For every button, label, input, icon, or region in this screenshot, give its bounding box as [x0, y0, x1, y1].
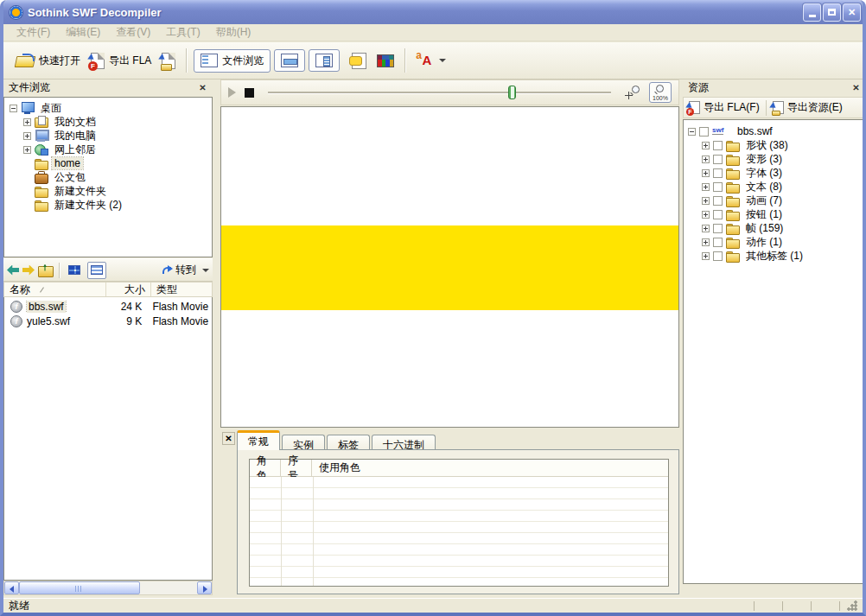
expand-icon[interactable]: [702, 252, 710, 260]
file-row-yule5[interactable]: yule5.swf 9 K Flash Movie: [4, 314, 212, 328]
tree-item-home[interactable]: home: [4, 156, 212, 170]
zoom-pan-icon[interactable]: [625, 86, 640, 99]
minimize-button[interactable]: [803, 3, 821, 22]
menu-help[interactable]: 帮助(H): [208, 23, 259, 41]
go-button[interactable]: 转到: [162, 263, 209, 277]
checkbox[interactable]: [699, 127, 709, 137]
tree-label[interactable]: 公文包: [52, 170, 88, 185]
swf-stage[interactable]: [220, 106, 679, 428]
checkbox[interactable]: [713, 251, 723, 261]
scroll-left-button[interactable]: [4, 581, 19, 594]
tree-label[interactable]: 新建文件夹: [52, 184, 109, 199]
resource-item-frames[interactable]: 帧 (159): [684, 221, 865, 235]
bottom-panel-toggle[interactable]: [274, 49, 305, 72]
expand-icon[interactable]: [23, 132, 31, 140]
checkbox[interactable]: [713, 224, 723, 233]
export-resources-button[interactable]: 导出资源(E): [770, 98, 845, 117]
file-name[interactable]: yule5.swf: [27, 315, 70, 327]
tree-item-new-folder-2[interactable]: 新建文件夹 (2): [4, 198, 212, 212]
expand-icon[interactable]: [702, 211, 710, 219]
checkbox[interactable]: [713, 210, 723, 219]
stop-icon[interactable]: [245, 88, 254, 98]
resource-label[interactable]: 动作 (1): [743, 235, 785, 250]
expand-icon[interactable]: [702, 183, 710, 191]
title-bar[interactable]: Sothink SWF Decompiler ✕: [0, 0, 866, 24]
tree-label[interactable]: 桌面: [38, 101, 64, 116]
menu-view[interactable]: 查看(V): [108, 23, 158, 41]
up-folder-button[interactable]: [38, 264, 54, 276]
menu-tools[interactable]: 工具(T): [158, 23, 207, 41]
collapse-icon[interactable]: [10, 105, 17, 112]
right-panel-toggle[interactable]: [309, 49, 340, 72]
expand-icon[interactable]: [23, 118, 31, 126]
file-browser-toggle[interactable]: 文件浏览: [194, 49, 271, 73]
column-name[interactable]: 名称: [4, 283, 106, 296]
resource-label[interactable]: 文本 (8): [743, 180, 785, 194]
play-icon[interactable]: [228, 87, 236, 98]
slider-thumb[interactable]: [508, 86, 516, 99]
resource-tree[interactable]: bbs.swf 形状 (38) 变形 (3) 字体 (3): [683, 119, 866, 584]
file-list[interactable]: bbs.swf 24 K Flash Movie yule5.swf 9 K F…: [3, 297, 213, 581]
horizontal-scrollbar[interactable]: [3, 581, 213, 595]
tree-label[interactable]: 我的电脑: [52, 129, 99, 143]
expand-icon[interactable]: [702, 238, 710, 246]
tab-general[interactable]: 常规: [237, 430, 280, 450]
resource-root-bbs-swf[interactable]: bbs.swf: [684, 124, 865, 138]
resource-label[interactable]: 形状 (38): [743, 138, 791, 153]
scrollbar-thumb[interactable]: [19, 581, 140, 594]
resource-item-morphs[interactable]: 变形 (3): [684, 152, 865, 166]
expand-icon[interactable]: [702, 169, 710, 177]
tree-label[interactable]: 网上邻居: [52, 143, 99, 157]
export-resource-button[interactable]: [156, 49, 181, 73]
file-row-bbs[interactable]: bbs.swf 24 K Flash Movie: [4, 299, 212, 314]
forward-button[interactable]: [22, 265, 35, 276]
resource-label[interactable]: 按钮 (1): [743, 207, 785, 222]
column-index[interactable]: 序号: [281, 460, 312, 476]
column-used-role[interactable]: 使用角色: [312, 460, 668, 476]
resource-item-buttons[interactable]: 按钮 (1): [684, 207, 865, 221]
resource-label[interactable]: 动画 (7): [743, 194, 785, 208]
tree-label[interactable]: 我的文档: [52, 115, 99, 130]
tree-item-my-computer[interactable]: 我的电脑: [4, 129, 212, 143]
info-panel-close-icon[interactable]: ✕: [222, 432, 235, 445]
tree-label[interactable]: 新建文件夹 (2): [52, 198, 124, 213]
resource-label[interactable]: 字体 (3): [743, 166, 785, 181]
file-browser-close-icon[interactable]: ✕: [196, 82, 209, 94]
vertical-splitter-left[interactable]: [213, 79, 220, 598]
details-view-button[interactable]: [87, 262, 106, 279]
export-fla-resource-button[interactable]: F 导出 FLA(F): [686, 98, 762, 117]
resource-item-other-tags[interactable]: 其他标签 (1): [684, 249, 865, 263]
timeline-slider[interactable]: [268, 86, 611, 99]
resource-item-sprites[interactable]: 动画 (7): [684, 194, 865, 207]
back-button[interactable]: [7, 265, 19, 276]
resource-item-fonts[interactable]: 字体 (3): [684, 166, 865, 180]
column-role[interactable]: 角色: [250, 460, 281, 476]
column-type[interactable]: 类型: [151, 283, 212, 296]
palette-button[interactable]: [372, 51, 399, 71]
expand-icon[interactable]: [702, 225, 710, 232]
resource-label[interactable]: 变形 (3): [743, 152, 785, 167]
font-button[interactable]: [411, 49, 451, 72]
tree-item-desktop[interactable]: 桌面: [4, 101, 212, 115]
tree-item-briefcase[interactable]: 公文包: [4, 170, 212, 184]
menu-file[interactable]: 文件(F): [9, 23, 58, 41]
menu-edit[interactable]: 编辑(E): [58, 23, 108, 41]
tree-item-my-documents[interactable]: 我的文档: [4, 115, 212, 129]
resource-root-label[interactable]: bbs.swf: [735, 125, 775, 137]
resource-item-texts[interactable]: 文本 (8): [684, 180, 865, 194]
resource-label[interactable]: 其他标签 (1): [743, 249, 806, 264]
scroll-right-button[interactable]: [197, 581, 212, 594]
roles-table[interactable]: 角色 序号 使用角色: [249, 459, 669, 587]
checkbox[interactable]: [713, 168, 723, 178]
icons-view-button[interactable]: [65, 262, 84, 279]
tree-label-selected[interactable]: home: [52, 157, 83, 169]
resource-label[interactable]: 帧 (159): [743, 221, 786, 236]
expand-icon[interactable]: [23, 146, 31, 154]
file-name[interactable]: bbs.swf: [27, 301, 66, 313]
close-button[interactable]: ✕: [843, 3, 861, 22]
resources-close-icon[interactable]: ✕: [850, 82, 863, 94]
checkbox[interactable]: [713, 141, 723, 150]
expand-icon[interactable]: [702, 156, 710, 163]
maximize-button[interactable]: [823, 3, 841, 22]
resize-grip[interactable]: [847, 600, 857, 611]
